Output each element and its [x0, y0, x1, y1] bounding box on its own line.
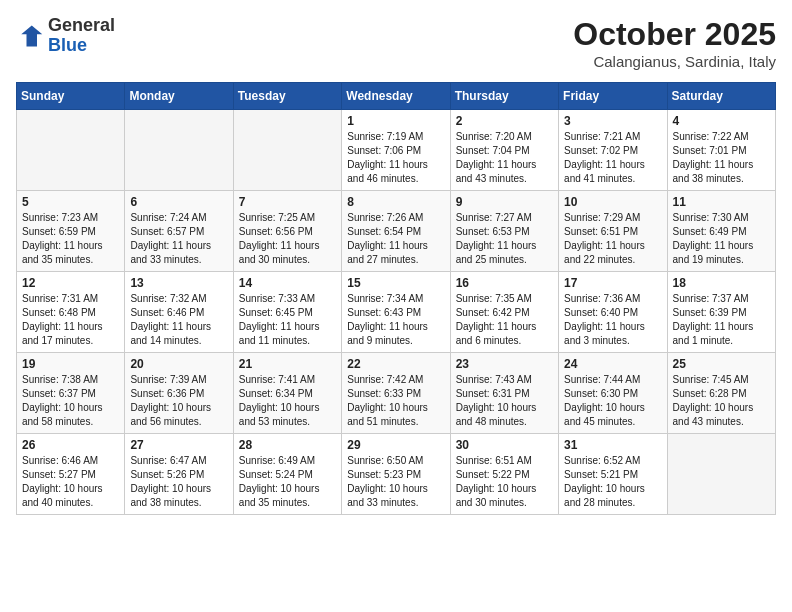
day-info: Sunrise: 7:20 AM Sunset: 7:04 PM Dayligh… — [456, 130, 553, 186]
day-number: 23 — [456, 357, 553, 371]
calendar-cell: 25Sunrise: 7:45 AM Sunset: 6:28 PM Dayli… — [667, 353, 775, 434]
day-number: 14 — [239, 276, 336, 290]
day-number: 11 — [673, 195, 770, 209]
weekday-header: Saturday — [667, 83, 775, 110]
calendar-cell: 15Sunrise: 7:34 AM Sunset: 6:43 PM Dayli… — [342, 272, 450, 353]
calendar-cell: 4Sunrise: 7:22 AM Sunset: 7:01 PM Daylig… — [667, 110, 775, 191]
day-info: Sunrise: 7:21 AM Sunset: 7:02 PM Dayligh… — [564, 130, 661, 186]
day-number: 16 — [456, 276, 553, 290]
month-title: October 2025 — [573, 16, 776, 53]
calendar-cell: 17Sunrise: 7:36 AM Sunset: 6:40 PM Dayli… — [559, 272, 667, 353]
title-block: October 2025 Calangianus, Sardinia, Ital… — [573, 16, 776, 70]
calendar-cell: 18Sunrise: 7:37 AM Sunset: 6:39 PM Dayli… — [667, 272, 775, 353]
calendar-cell: 13Sunrise: 7:32 AM Sunset: 6:46 PM Dayli… — [125, 272, 233, 353]
day-number: 5 — [22, 195, 119, 209]
weekday-header: Friday — [559, 83, 667, 110]
day-info: Sunrise: 7:38 AM Sunset: 6:37 PM Dayligh… — [22, 373, 119, 429]
calendar-week-row: 26Sunrise: 6:46 AM Sunset: 5:27 PM Dayli… — [17, 434, 776, 515]
calendar-cell: 12Sunrise: 7:31 AM Sunset: 6:48 PM Dayli… — [17, 272, 125, 353]
calendar-cell: 20Sunrise: 7:39 AM Sunset: 6:36 PM Dayli… — [125, 353, 233, 434]
day-info: Sunrise: 7:32 AM Sunset: 6:46 PM Dayligh… — [130, 292, 227, 348]
day-info: Sunrise: 7:42 AM Sunset: 6:33 PM Dayligh… — [347, 373, 444, 429]
calendar-table: SundayMondayTuesdayWednesdayThursdayFrid… — [16, 82, 776, 515]
day-info: Sunrise: 7:22 AM Sunset: 7:01 PM Dayligh… — [673, 130, 770, 186]
day-number: 10 — [564, 195, 661, 209]
day-number: 21 — [239, 357, 336, 371]
day-number: 22 — [347, 357, 444, 371]
day-info: Sunrise: 7:37 AM Sunset: 6:39 PM Dayligh… — [673, 292, 770, 348]
logo: General Blue — [16, 16, 115, 56]
logo-icon — [16, 22, 44, 50]
calendar-week-row: 12Sunrise: 7:31 AM Sunset: 6:48 PM Dayli… — [17, 272, 776, 353]
day-info: Sunrise: 6:46 AM Sunset: 5:27 PM Dayligh… — [22, 454, 119, 510]
calendar-cell: 28Sunrise: 6:49 AM Sunset: 5:24 PM Dayli… — [233, 434, 341, 515]
day-number: 30 — [456, 438, 553, 452]
day-info: Sunrise: 7:19 AM Sunset: 7:06 PM Dayligh… — [347, 130, 444, 186]
svg-marker-0 — [21, 25, 42, 46]
calendar-week-row: 19Sunrise: 7:38 AM Sunset: 6:37 PM Dayli… — [17, 353, 776, 434]
day-info: Sunrise: 7:45 AM Sunset: 6:28 PM Dayligh… — [673, 373, 770, 429]
calendar-cell: 23Sunrise: 7:43 AM Sunset: 6:31 PM Dayli… — [450, 353, 558, 434]
calendar-cell — [125, 110, 233, 191]
calendar-cell: 10Sunrise: 7:29 AM Sunset: 6:51 PM Dayli… — [559, 191, 667, 272]
day-number: 6 — [130, 195, 227, 209]
day-info: Sunrise: 6:47 AM Sunset: 5:26 PM Dayligh… — [130, 454, 227, 510]
page-header: General Blue October 2025 Calangianus, S… — [16, 16, 776, 70]
calendar-cell: 1Sunrise: 7:19 AM Sunset: 7:06 PM Daylig… — [342, 110, 450, 191]
calendar-cell — [233, 110, 341, 191]
day-info: Sunrise: 7:44 AM Sunset: 6:30 PM Dayligh… — [564, 373, 661, 429]
calendar-cell: 5Sunrise: 7:23 AM Sunset: 6:59 PM Daylig… — [17, 191, 125, 272]
calendar-cell: 22Sunrise: 7:42 AM Sunset: 6:33 PM Dayli… — [342, 353, 450, 434]
day-info: Sunrise: 7:39 AM Sunset: 6:36 PM Dayligh… — [130, 373, 227, 429]
day-number: 8 — [347, 195, 444, 209]
day-info: Sunrise: 6:50 AM Sunset: 5:23 PM Dayligh… — [347, 454, 444, 510]
calendar-cell: 31Sunrise: 6:52 AM Sunset: 5:21 PM Dayli… — [559, 434, 667, 515]
day-info: Sunrise: 6:49 AM Sunset: 5:24 PM Dayligh… — [239, 454, 336, 510]
day-number: 18 — [673, 276, 770, 290]
calendar-cell — [667, 434, 775, 515]
calendar-cell: 2Sunrise: 7:20 AM Sunset: 7:04 PM Daylig… — [450, 110, 558, 191]
calendar-cell: 6Sunrise: 7:24 AM Sunset: 6:57 PM Daylig… — [125, 191, 233, 272]
day-number: 25 — [673, 357, 770, 371]
calendar-cell: 8Sunrise: 7:26 AM Sunset: 6:54 PM Daylig… — [342, 191, 450, 272]
day-info: Sunrise: 7:23 AM Sunset: 6:59 PM Dayligh… — [22, 211, 119, 267]
day-info: Sunrise: 7:30 AM Sunset: 6:49 PM Dayligh… — [673, 211, 770, 267]
day-number: 4 — [673, 114, 770, 128]
day-info: Sunrise: 7:36 AM Sunset: 6:40 PM Dayligh… — [564, 292, 661, 348]
day-info: Sunrise: 7:31 AM Sunset: 6:48 PM Dayligh… — [22, 292, 119, 348]
weekday-header: Tuesday — [233, 83, 341, 110]
calendar-week-row: 5Sunrise: 7:23 AM Sunset: 6:59 PM Daylig… — [17, 191, 776, 272]
location: Calangianus, Sardinia, Italy — [573, 53, 776, 70]
calendar-cell: 21Sunrise: 7:41 AM Sunset: 6:34 PM Dayli… — [233, 353, 341, 434]
day-info: Sunrise: 7:35 AM Sunset: 6:42 PM Dayligh… — [456, 292, 553, 348]
day-info: Sunrise: 7:26 AM Sunset: 6:54 PM Dayligh… — [347, 211, 444, 267]
day-info: Sunrise: 7:24 AM Sunset: 6:57 PM Dayligh… — [130, 211, 227, 267]
day-info: Sunrise: 7:41 AM Sunset: 6:34 PM Dayligh… — [239, 373, 336, 429]
weekday-header: Wednesday — [342, 83, 450, 110]
day-info: Sunrise: 6:52 AM Sunset: 5:21 PM Dayligh… — [564, 454, 661, 510]
day-number: 9 — [456, 195, 553, 209]
day-info: Sunrise: 7:25 AM Sunset: 6:56 PM Dayligh… — [239, 211, 336, 267]
day-info: Sunrise: 7:43 AM Sunset: 6:31 PM Dayligh… — [456, 373, 553, 429]
day-info: Sunrise: 7:33 AM Sunset: 6:45 PM Dayligh… — [239, 292, 336, 348]
day-info: Sunrise: 6:51 AM Sunset: 5:22 PM Dayligh… — [456, 454, 553, 510]
day-number: 17 — [564, 276, 661, 290]
day-number: 13 — [130, 276, 227, 290]
day-number: 31 — [564, 438, 661, 452]
weekday-header: Thursday — [450, 83, 558, 110]
calendar-cell: 24Sunrise: 7:44 AM Sunset: 6:30 PM Dayli… — [559, 353, 667, 434]
day-number: 1 — [347, 114, 444, 128]
day-number: 3 — [564, 114, 661, 128]
calendar-cell: 11Sunrise: 7:30 AM Sunset: 6:49 PM Dayli… — [667, 191, 775, 272]
day-number: 19 — [22, 357, 119, 371]
calendar-cell: 26Sunrise: 6:46 AM Sunset: 5:27 PM Dayli… — [17, 434, 125, 515]
day-info: Sunrise: 7:27 AM Sunset: 6:53 PM Dayligh… — [456, 211, 553, 267]
day-number: 7 — [239, 195, 336, 209]
weekday-header: Sunday — [17, 83, 125, 110]
day-number: 28 — [239, 438, 336, 452]
day-number: 26 — [22, 438, 119, 452]
calendar-week-row: 1Sunrise: 7:19 AM Sunset: 7:06 PM Daylig… — [17, 110, 776, 191]
day-number: 2 — [456, 114, 553, 128]
day-number: 24 — [564, 357, 661, 371]
weekday-header: Monday — [125, 83, 233, 110]
